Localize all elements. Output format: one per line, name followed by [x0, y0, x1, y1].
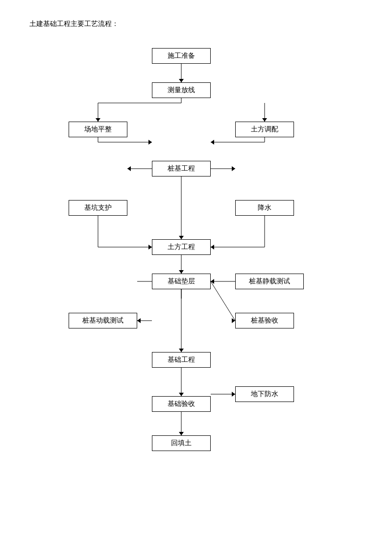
svg-marker-27: [179, 270, 184, 274]
svg-line-34: [211, 281, 235, 321]
flowchart: 施工准备 测量放线 场地平整 土方调配 桩基工程 基坑支护 降水 土方工程 桩基…: [29, 48, 363, 470]
svg-marker-17: [232, 166, 235, 171]
node-jichu-dieceng: 基础垫层: [152, 274, 211, 289]
page: 土建基础工程主要工艺流程： 施工准备 测量放线 场地平整 土方调配 桩基工程 基…: [0, 0, 392, 554]
node-jiangshui: 降水: [235, 200, 294, 216]
svg-marker-10: [148, 140, 152, 145]
node-zhuangji-gongcheng: 桩基工程: [152, 161, 211, 176]
node-dixia-fangshui: 地下防水: [235, 386, 294, 402]
node-tufang-gongcheng: 土方工程: [152, 239, 211, 255]
svg-marker-19: [179, 236, 184, 239]
svg-marker-29: [211, 279, 214, 284]
node-huitian-tu: 回填土: [152, 435, 211, 451]
svg-marker-32: [137, 318, 141, 323]
node-zhuangji-dongzai: 桩基动载测试: [69, 313, 137, 328]
node-shigong-zhunbei: 施工准备: [152, 48, 211, 64]
svg-marker-7: [262, 118, 267, 122]
node-zhuangji-jingzai: 桩基静载测试: [235, 274, 304, 289]
svg-marker-39: [232, 392, 235, 397]
svg-marker-37: [179, 349, 184, 352]
svg-marker-1: [179, 79, 184, 82]
node-jichu-gongcheng: 基础工程: [152, 352, 211, 368]
node-jichu-yanshou: 基础验收: [152, 396, 211, 412]
svg-marker-25: [211, 245, 214, 250]
node-tufang-tiaohe: 土方调配: [235, 122, 294, 137]
node-changdi-pingzheng: 场地平整: [69, 122, 127, 137]
svg-marker-41: [179, 393, 184, 396]
page-title: 土建基础工程主要工艺流程：: [29, 20, 363, 28]
node-celiang-fangxian: 测量放线: [152, 82, 211, 98]
svg-marker-22: [148, 245, 152, 250]
svg-marker-15: [127, 166, 131, 171]
node-zhuangji-yanshou: 桩基验收: [235, 313, 294, 328]
svg-marker-5: [96, 118, 100, 122]
node-jikeng-zhihu: 基坑支护: [69, 200, 127, 216]
svg-marker-35: [232, 318, 235, 323]
svg-marker-13: [211, 140, 214, 145]
svg-marker-43: [179, 432, 184, 435]
